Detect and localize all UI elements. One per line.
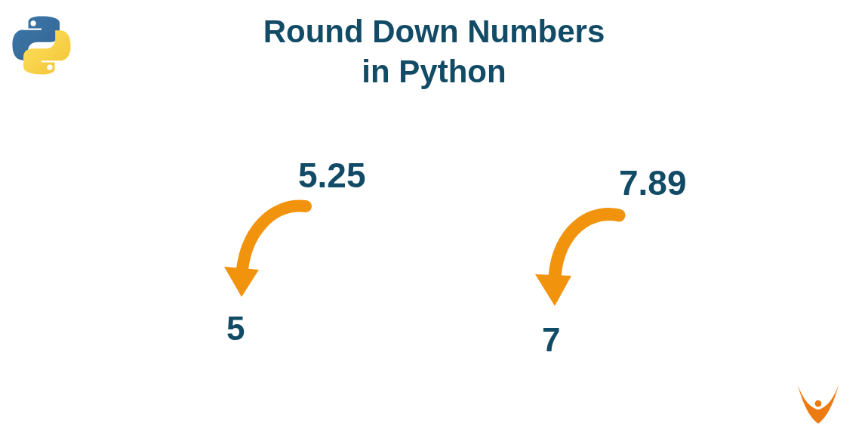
title-line-2: in Python (362, 54, 506, 89)
svg-marker-0 (224, 267, 259, 297)
input-number-1: 5.25 (298, 155, 366, 196)
title-line-1: Round Down Numbers (263, 14, 605, 49)
svg-marker-1 (535, 274, 571, 306)
person-arms-up-icon (795, 382, 842, 428)
input-number-2: 7.89 (619, 162, 687, 203)
curved-down-arrow-icon (215, 191, 328, 304)
curved-down-arrow-icon (525, 199, 638, 312)
svg-point-2 (815, 400, 822, 407)
output-number-1: 5 (226, 310, 245, 348)
page-title: Round Down Numbers in Python (0, 12, 868, 91)
output-number-2: 7 (542, 321, 560, 359)
